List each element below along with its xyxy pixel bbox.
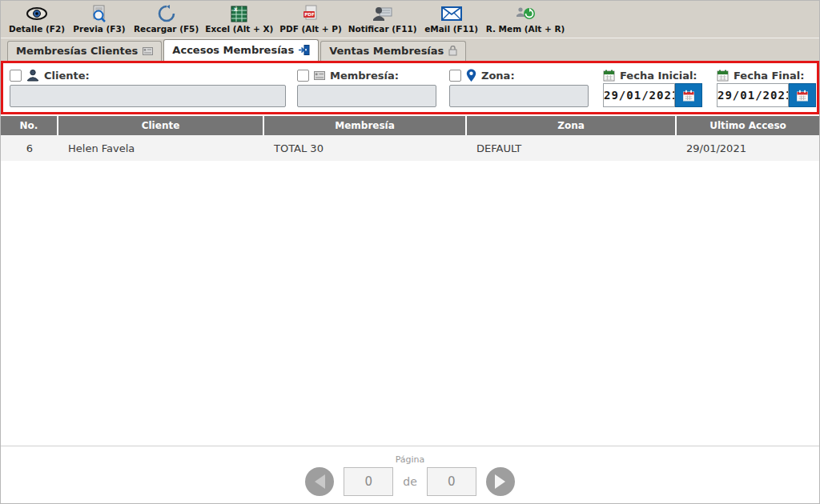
map-pin-icon xyxy=(466,69,476,82)
zona-checkbox[interactable] xyxy=(449,70,461,82)
next-page-button[interactable] xyxy=(486,467,515,496)
detalle-label: Detalle (F2) xyxy=(9,24,65,34)
current-page-input[interactable] xyxy=(344,467,393,496)
cliente-label: Cliente: xyxy=(44,70,90,82)
arrow-left-icon xyxy=(315,474,325,489)
recargar-button[interactable]: Recargar (F5) xyxy=(131,4,202,34)
cell-zona: DEFAULT xyxy=(467,135,677,161)
tab-ventas-membresias[interactable]: Ventas Membresías xyxy=(320,41,466,61)
filter-panel: Cliente: Membresía: xyxy=(1,61,819,114)
cliente-checkbox[interactable] xyxy=(10,70,22,82)
print-preview-icon xyxy=(90,5,108,22)
previous-page-button[interactable] xyxy=(305,467,334,496)
renew-membership-icon xyxy=(515,5,536,22)
notificar-label: Notificar (F11) xyxy=(348,24,417,34)
membership-card-icon xyxy=(143,47,153,55)
fecha-final-calendar-button[interactable] xyxy=(789,83,816,107)
cash-register-icon xyxy=(448,46,457,56)
filter-zona: Zona: xyxy=(449,67,589,107)
column-header-membresia[interactable]: Membresía xyxy=(264,116,467,135)
tab-accesos-membresias-label: Accesos Membresías xyxy=(172,44,294,56)
calendar-picker-icon xyxy=(682,90,695,102)
tab-accesos-membresias[interactable]: Accesos Membresías xyxy=(163,39,319,61)
membership-card-icon xyxy=(314,71,325,80)
app-window: { "toolbar": { "buttons": [ { "label": "… xyxy=(0,0,820,504)
access-door-icon xyxy=(299,45,310,55)
filter-fecha-inicial: Fecha Inicial: xyxy=(603,67,702,107)
membresia-label: Membresía: xyxy=(330,70,399,82)
eye-icon xyxy=(26,5,48,22)
email-icon xyxy=(441,5,462,22)
column-header-cliente[interactable]: Cliente xyxy=(58,116,264,135)
pdf-button[interactable]: PDF PDF (Alt + P) xyxy=(276,4,344,34)
column-header-zona[interactable]: Zona xyxy=(467,116,677,135)
fecha-final-input[interactable] xyxy=(717,83,789,107)
cell-cliente: Helen Favela xyxy=(58,135,264,161)
page-separator-label: de xyxy=(403,475,417,488)
zona-label: Zona: xyxy=(481,70,515,82)
notify-icon xyxy=(372,5,393,22)
pdf-icon: PDF xyxy=(303,5,319,22)
excel-icon: X xyxy=(231,5,247,22)
svg-text:PDF: PDF xyxy=(304,12,315,17)
previa-button[interactable]: Previa (F3) xyxy=(68,4,131,34)
tab-bar: Membresías Clientes Accesos Membresías V… xyxy=(1,38,819,61)
fecha-inicial-label: Fecha Inicial: xyxy=(620,70,697,82)
filter-fecha-final: Fecha Final: xyxy=(717,67,816,107)
pagination-footer: Página de xyxy=(1,446,819,503)
cell-no: 6 xyxy=(1,135,58,161)
calendar-icon xyxy=(603,70,615,82)
fecha-inicial-input[interactable] xyxy=(603,83,675,107)
table-row[interactable]: 6 Helen Favela TOTAL 30 DEFAULT 29/01/20… xyxy=(1,135,819,161)
person-icon xyxy=(26,69,39,82)
recargar-label: Recargar (F5) xyxy=(134,24,199,34)
tab-membresias-clientes-label: Membresías Clientes xyxy=(16,45,138,57)
rmem-label: R. Mem (Alt + R) xyxy=(486,24,565,34)
fecha-inicial-calendar-button[interactable] xyxy=(675,83,702,107)
email-label: eMail (F11) xyxy=(424,24,478,34)
excel-label: Excel (Alt + X) xyxy=(205,24,273,34)
cell-ultimo-acceso: 29/01/2021 xyxy=(677,135,819,161)
arrow-right-icon xyxy=(495,474,505,489)
tab-ventas-membresias-label: Ventas Membresías xyxy=(329,45,444,57)
zona-input[interactable] xyxy=(449,85,589,107)
calendar-picker-icon xyxy=(796,90,809,102)
notificar-button[interactable]: Notificar (F11) xyxy=(345,4,420,34)
cell-membresia: TOTAL 30 xyxy=(264,135,467,161)
toolbar: Detalle (F2) Previa (F3) Recargar (F5) xyxy=(1,1,819,38)
cliente-input[interactable] xyxy=(10,85,286,107)
column-header-no[interactable]: No. xyxy=(1,116,58,135)
email-button[interactable]: eMail (F11) xyxy=(420,4,483,34)
excel-button[interactable]: X Excel (Alt + X) xyxy=(202,4,276,34)
pdf-label: PDF (Alt + P) xyxy=(279,24,341,34)
tab-membresias-clientes[interactable]: Membresías Clientes xyxy=(7,41,162,61)
refresh-icon xyxy=(158,5,175,22)
filter-cliente: Cliente: xyxy=(10,67,286,107)
filter-membresia: Membresía: xyxy=(297,67,436,107)
renovar-membresia-button[interactable]: R. Mem (Alt + R) xyxy=(483,4,569,34)
table-header: No. Cliente Membresía Zona Ultimo Acceso xyxy=(1,116,819,135)
membresia-input[interactable] xyxy=(297,85,436,107)
total-pages-input[interactable] xyxy=(427,467,476,496)
fecha-final-label: Fecha Final: xyxy=(734,70,804,82)
detalle-button[interactable]: Detalle (F2) xyxy=(6,4,68,34)
svg-text:X: X xyxy=(234,6,238,11)
membresia-checkbox[interactable] xyxy=(297,70,309,82)
pagina-label: Página xyxy=(1,454,819,465)
previa-label: Previa (F3) xyxy=(73,24,125,34)
calendar-icon xyxy=(717,70,729,82)
column-header-ultimo-acceso[interactable]: Ultimo Acceso xyxy=(677,116,819,135)
